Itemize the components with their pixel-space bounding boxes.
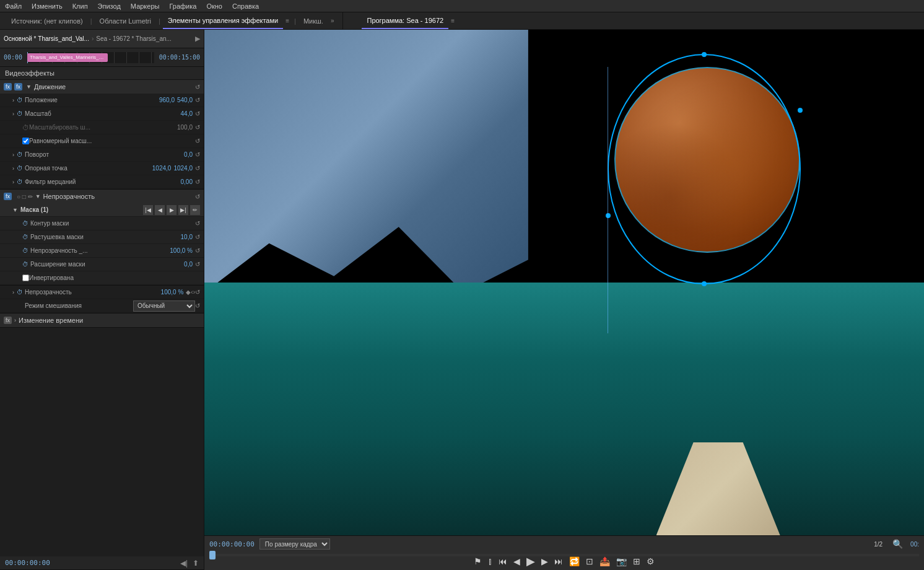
step-fwd-btn[interactable]: ⏭ [553,555,564,568]
mask-expand-value[interactable]: 0,0 [184,261,193,268]
rotation-reset[interactable]: ↺ [195,151,200,158]
menu-file[interactable]: Файл [5,2,22,10]
flicker-chevron[interactable]: › [12,179,14,185]
position-y-value[interactable]: 540,0 [177,97,193,103]
effects-prev-btn[interactable]: ◀| [180,559,188,568]
effects-export-btn[interactable]: ⬆ [193,559,199,568]
opacity-keyframe-add[interactable]: ◆ [186,289,191,296]
mark-in-btn[interactable]: ⫿ [487,555,494,568]
source-play-icon[interactable]: ▶ [195,35,200,43]
opacity-val-chevron[interactable]: › [12,289,14,296]
source-main[interactable]: Основной * Tharsis_and_Val... [4,35,89,42]
mask-inverted-checkbox[interactable] [22,274,29,281]
mask-next-frame[interactable]: ▶| [178,205,188,215]
blend-reset[interactable]: ↺ [195,302,200,309]
motion-reset[interactable]: ↺ [195,84,200,90]
rotation-chevron[interactable]: › [12,152,14,158]
opacity-group-header[interactable]: fx ○ □ ✏ ▼ Непрозрачность ↺ [0,190,204,203]
effects-scrub-area[interactable]: Tharsis_and_Valles_Marineris_-_Mars_Orbi… [27,52,154,63]
menu-graphics[interactable]: Графика [169,2,196,10]
mask-path-stopwatch[interactable]: ⏱ [22,220,28,227]
anchor-chevron[interactable]: › [12,165,14,172]
flicker-reset[interactable]: ↺ [195,178,200,185]
source-seq[interactable]: Sea - 19672 * Tharsis_an... [96,35,172,42]
menu-markers[interactable]: Маркеры [131,2,160,10]
opacity-chevron[interactable]: ▼ [35,193,41,200]
loop-btn[interactable]: 🔁 [568,555,581,568]
menu-help[interactable]: Справка [232,2,259,10]
effects-panel-scroll[interactable]: Видеоэффекты fx fx ▼ Движение ↺ › ⏱ Поло… [0,67,204,556]
menu-sequence[interactable]: Эпизод [98,2,121,10]
safe-margins-btn[interactable]: ⊡ [585,555,595,568]
export-frame-btn[interactable]: 📷 [615,555,628,568]
fit-dropdown[interactable]: По размеру кадра 25% 50% 100% [259,538,330,550]
mask-play[interactable]: ▶ [167,205,177,215]
frame-fwd-btn[interactable]: ▶ [540,555,549,568]
position-x-value[interactable]: 960,0 [159,97,175,103]
time-remap-chevron[interactable]: › [14,317,16,323]
effects-clip-marker[interactable]: Tharsis_and_Valles_Marineris_-_Mars_Orbi… [27,53,108,62]
menu-window[interactable]: Окно [206,2,222,10]
menu-edit[interactable]: Изменить [32,2,63,10]
scale-value[interactable]: 44,0 [181,110,193,117]
anchor-x-value[interactable]: 1024,0 [152,165,172,172]
uniform-scale-checkbox[interactable] [22,138,29,144]
anchor-reset[interactable]: ↺ [195,165,200,172]
mask-feather-value[interactable]: 10,0 [181,234,193,240]
mask-path-reset[interactable]: ↺ [195,220,200,227]
tab-program[interactable]: Программа: Sea - 19672 [362,12,448,29]
flicker-value[interactable]: 0,00 [181,178,193,185]
tab-effects-controls[interactable]: Элементы управления эффектами [163,12,283,29]
motion-group-header[interactable]: fx fx ▼ Движение ↺ [0,80,204,94]
mask-expand-reset[interactable]: ↺ [195,261,200,268]
menu-clip[interactable]: Клип [72,2,88,10]
position-chevron[interactable]: › [12,97,14,103]
position-reset[interactable]: ↺ [195,97,200,103]
scale-chevron[interactable]: › [12,111,14,117]
marker-btn[interactable]: ⚑ [473,555,483,568]
monitor-time-display[interactable]: 00:00:00:00 [209,540,255,548]
scale-reset[interactable]: ↺ [195,110,200,117]
mask-chevron[interactable]: ▼ [12,207,18,213]
tab-lumetri[interactable]: Области Lumetri [95,12,156,29]
zoom-icon[interactable]: 🔍 [892,539,903,549]
tabs-double-arrow[interactable]: » [328,17,337,24]
anchor-stopwatch[interactable]: ⏱ [17,165,23,172]
anchor-y-value[interactable]: 1024,0 [173,165,193,172]
mask-tool[interactable]: ✏ [190,205,200,215]
step-back-btn[interactable]: ⏮ [497,555,508,568]
mask-opacity-reset[interactable]: ↺ [195,247,200,254]
opacity-stopwatch[interactable]: ⏱ [17,289,23,296]
mars-planet[interactable] [614,67,813,290]
opacity-reset[interactable]: ↺ [195,193,200,200]
monitor-video-area[interactable] [204,30,924,535]
opacity-val-reset[interactable]: ↺ [195,289,200,296]
mask-first-frame[interactable]: |◀ [143,205,153,215]
flicker-stopwatch[interactable]: ⏱ [17,178,23,185]
settings-btn[interactable]: ⚙ [645,555,656,568]
tab-program-menu[interactable]: ≡ [448,17,457,24]
tab-audio[interactable]: Микш. [299,12,328,29]
scale-stopwatch[interactable]: ⏱ [17,110,23,117]
mask-feather-reset[interactable]: ↺ [195,234,200,240]
tab-effects-menu[interactable]: ≡ [283,17,292,24]
frame-back-btn[interactable]: ◀ [512,555,521,568]
tab-source[interactable]: Источник: (нет клипов) [6,12,88,29]
mask-opacity-value[interactable]: 100,0 % [170,247,193,254]
mask-prev-frame[interactable]: ◀ [155,205,165,215]
opacity-prop-value[interactable]: 100,0 % [161,289,184,296]
output-btn[interactable]: 📤 [598,555,611,568]
position-stopwatch[interactable]: ⏱ [17,97,23,103]
scrub-handle[interactable] [209,551,216,559]
mask-opacity-stopwatch[interactable]: ⏱ [22,247,28,254]
rotation-value[interactable]: 0,0 [184,151,193,158]
uniform-scale-reset[interactable]: ↺ [195,138,200,144]
blend-select[interactable]: Обычный [133,300,195,312]
scale-width-reset[interactable]: ↺ [195,124,200,131]
rotation-stopwatch[interactable]: ⏱ [17,151,23,158]
motion-chevron[interactable]: ▼ [26,84,32,90]
mask-feather-stopwatch[interactable]: ⏱ [22,234,28,240]
multiview-btn[interactable]: ⊞ [632,555,642,568]
time-remap-header[interactable]: fx › Изменение времени [0,314,204,327]
mask-expand-stopwatch[interactable]: ⏱ [22,261,28,268]
